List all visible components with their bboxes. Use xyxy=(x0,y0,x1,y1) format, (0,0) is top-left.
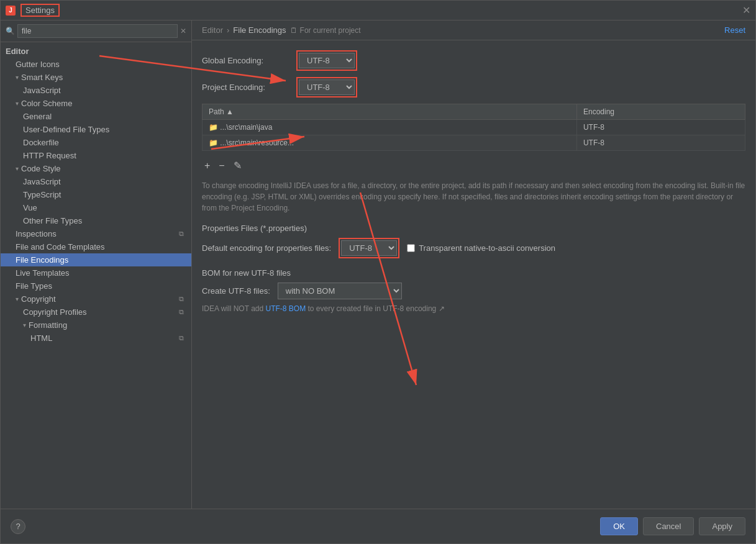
bom-section-title: BOM for new UTF-8 files xyxy=(202,268,745,278)
sidebar-item-gutter-icons[interactable]: Gutter Icons xyxy=(1,58,191,71)
sidebar-item-file-types[interactable]: File Types xyxy=(1,279,191,292)
project-encoding-select-box: UTF-8 xyxy=(296,77,357,97)
sidebar-item-file-encodings[interactable]: File Encodings xyxy=(1,253,191,266)
breadcrumb-project: 🗒 For current project xyxy=(290,26,361,35)
sidebar-item-smart-keys[interactable]: ▾ Smart Keys xyxy=(1,71,191,84)
http-request-label: HTTP Request xyxy=(23,151,76,160)
add-row-button[interactable]: + xyxy=(202,159,212,173)
footer: ? OK Cancel Apply xyxy=(1,509,755,543)
content-area: Global Encoding: UTF-8 Project Encoding:… xyxy=(192,40,755,509)
project-encoding-select[interactable]: UTF-8 xyxy=(299,79,355,95)
live-templates-label: Live Templates xyxy=(16,268,69,278)
file-encodings-label: File Encodings xyxy=(16,255,68,265)
title-bar: J Settings ✕ xyxy=(1,1,755,20)
sidebar-item-dockerfile[interactable]: Dockerfile xyxy=(1,136,191,149)
edit-row-button[interactable]: ✎ xyxy=(231,158,244,173)
search-clear-button[interactable]: ✕ xyxy=(180,27,186,35)
typescript-label: TypeScript xyxy=(23,190,61,199)
sidebar-item-copyright-profiles[interactable]: Copyright Profiles ⧉ xyxy=(1,306,191,319)
sidebar-item-typescript[interactable]: TypeScript xyxy=(1,188,191,201)
col-encoding[interactable]: Encoding xyxy=(576,104,745,120)
search-box: 🔍 ✕ xyxy=(1,20,191,42)
sidebar-item-live-templates[interactable]: Live Templates xyxy=(1,266,191,279)
ok-button[interactable]: OK xyxy=(600,517,638,535)
search-input[interactable] xyxy=(17,24,178,38)
file-and-code-templates-label: File and Code Templates xyxy=(16,242,105,252)
bom-select[interactable]: with NO BOM xyxy=(278,283,402,299)
copy-icon-html: ⧉ xyxy=(179,334,184,342)
properties-row: Default encoding for properties files: U… xyxy=(202,238,745,258)
sidebar-item-other-file-types[interactable]: Other File Types xyxy=(1,214,191,227)
close-button[interactable]: ✕ xyxy=(742,4,750,16)
global-encoding-label: Global Encoding: xyxy=(202,56,289,65)
create-utf8-label: Create UTF-8 files: xyxy=(202,286,270,296)
breadcrumb-bar: Editor › File Encodings 🗒 For current pr… xyxy=(192,20,755,40)
general-label: General xyxy=(23,112,52,121)
global-encoding-select[interactable]: UTF-8 xyxy=(299,53,355,68)
sidebar-item-code-style[interactable]: ▾ Code Style xyxy=(1,162,191,175)
javascript-label: JavaScript xyxy=(23,86,61,95)
help-button[interactable]: ? xyxy=(11,519,25,534)
sidebar-item-color-scheme[interactable]: ▾ Color Scheme xyxy=(1,97,191,110)
transparent-checkbox[interactable] xyxy=(407,244,415,252)
sidebar-item-inspections[interactable]: Inspections ⧉ xyxy=(1,227,191,240)
sidebar-item-user-defined-file-types[interactable]: User-Defined File Types xyxy=(1,123,191,136)
window-title: Settings xyxy=(20,4,60,17)
project-label: For current project xyxy=(300,26,361,35)
sidebar-item-vue[interactable]: Vue xyxy=(1,201,191,214)
right-panel: Editor › File Encodings 🗒 For current pr… xyxy=(192,20,755,509)
properties-encoding-select[interactable]: UTF-8 xyxy=(341,240,397,256)
vue-label: Vue xyxy=(23,203,37,212)
project-icon: 🗒 xyxy=(290,26,298,35)
expand-arrow-color-scheme: ▾ xyxy=(16,100,19,107)
copy-icon-copyright-profiles: ⧉ xyxy=(179,308,184,316)
sidebar-item-http-request[interactable]: HTTP Request xyxy=(1,149,191,162)
sidebar-item-copyright[interactable]: ▾ Copyright ⧉ xyxy=(1,292,191,306)
bom-row: Create UTF-8 files: with NO BOM xyxy=(202,283,745,299)
expand-arrow-copyright: ▾ xyxy=(16,296,19,302)
app-icon: J xyxy=(6,6,16,16)
reset-button[interactable]: Reset xyxy=(724,25,745,35)
properties-section-title: Properties Files (*.properties) xyxy=(202,224,745,233)
user-defined-label: User-Defined File Types xyxy=(23,125,109,134)
html-label: HTML xyxy=(30,333,52,343)
sidebar-item-general[interactable]: General xyxy=(1,110,191,123)
global-encoding-row: Global Encoding: UTF-8 xyxy=(202,50,745,71)
transparent-label: Transparent native-to-ascii conversion xyxy=(419,243,555,253)
info-text: To change encoding IntelliJ IDEA uses fo… xyxy=(202,180,745,214)
main-content: 🔍 ✕ Editor Gutter Icons ▾ Smart Keys Jav… xyxy=(1,20,755,509)
other-file-types-label: Other File Types xyxy=(23,216,82,225)
formatting-label: Formatting xyxy=(29,320,67,330)
copyright-label: Copyright xyxy=(21,294,56,304)
sidebar-item-javascript[interactable]: JavaScript xyxy=(1,84,191,97)
copyright-profiles-label: Copyright Profiles xyxy=(23,307,87,317)
table-row[interactable]: 📁 ...\src\main\javaUTF-8 xyxy=(203,120,745,135)
expand-arrow-code-style: ▾ xyxy=(16,165,19,172)
apply-button[interactable]: Apply xyxy=(699,517,745,535)
copy-icon-copyright: ⧉ xyxy=(179,295,184,303)
table-row[interactable]: 📁 ...\src\main\resource...UTF-8 xyxy=(203,135,745,151)
breadcrumb-separator: › xyxy=(227,25,229,35)
gutter-icons-label: Gutter Icons xyxy=(16,60,60,69)
expand-arrow-formatting: ▾ xyxy=(23,322,26,329)
sidebar: 🔍 ✕ Editor Gutter Icons ▾ Smart Keys Jav… xyxy=(1,20,192,509)
table-toolbar: + − ✎ xyxy=(202,156,745,175)
col-path[interactable]: Path ▲ xyxy=(203,104,577,120)
project-encoding-label: Project Encoding: xyxy=(202,83,289,92)
cancel-button[interactable]: Cancel xyxy=(643,517,694,535)
search-icon: 🔍 xyxy=(6,27,15,35)
sidebar-item-formatting[interactable]: ▾ Formatting xyxy=(1,319,191,332)
sidebar-item-editor[interactable]: Editor xyxy=(1,45,191,58)
sidebar-item-javascript2[interactable]: JavaScript xyxy=(1,175,191,188)
file-types-label: File Types xyxy=(16,281,52,291)
dockerfile-label: Dockerfile xyxy=(23,138,59,147)
expand-arrow-smart-keys: ▾ xyxy=(16,74,19,81)
sidebar-item-html[interactable]: HTML ⧉ xyxy=(1,332,191,345)
utf8-bom-link[interactable]: UTF-8 BOM xyxy=(265,304,306,313)
nav-tree: Editor Gutter Icons ▾ Smart Keys JavaScr… xyxy=(1,42,191,509)
default-encoding-label: Default encoding for properties files: xyxy=(202,243,331,253)
remove-row-button[interactable]: − xyxy=(216,159,227,173)
idea-note: IDEA will NOT add UTF-8 BOM to every cre… xyxy=(202,304,745,313)
sidebar-item-file-and-code-templates[interactable]: File and Code Templates xyxy=(1,240,191,253)
transparent-checkbox-wrap: Transparent native-to-ascii conversion xyxy=(407,243,555,253)
